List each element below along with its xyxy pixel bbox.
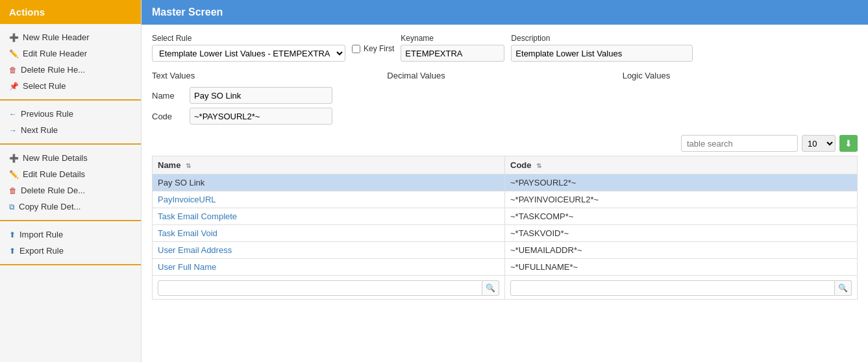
data-table: Name ⇅ Code ⇅ Pay SO Link~*PAYSOURL2*~Pa… xyxy=(152,156,858,300)
export-rule-label: Export Rule xyxy=(19,246,64,256)
trash-icon: 🗑 xyxy=(9,66,17,75)
cell-name[interactable]: Task Email Void xyxy=(153,225,505,242)
copy-rule-details-button[interactable]: ⧉ Copy Rule Det... xyxy=(4,199,137,215)
name-row: Name xyxy=(152,87,858,104)
code-field-label: Code xyxy=(152,112,184,121)
pin-icon: 📌 xyxy=(9,82,19,91)
import-rule-label: Import Rule xyxy=(19,230,63,239)
main-body: Select Rule Etemplate Lower List Values … xyxy=(142,25,868,362)
sort-arrow-name: ⇅ xyxy=(186,162,191,169)
table-search-input[interactable] xyxy=(681,135,798,152)
select-rule-group: Select Rule Etemplate Lower List Values … xyxy=(152,34,345,62)
new-rule-header-label: New Rule Header xyxy=(23,32,90,42)
export-rule-button[interactable]: ⬆ Export Rule xyxy=(4,243,137,259)
cell-name[interactable]: PayInvoiceURL xyxy=(153,191,505,208)
text-values-label: Text Values xyxy=(152,71,387,80)
cell-name[interactable]: User Full Name xyxy=(153,259,505,276)
select-rule-dropdown[interactable]: Etemplate Lower List Values - ETEMPEXTRA xyxy=(152,45,345,62)
bottom-name-search-input[interactable] xyxy=(158,280,482,296)
description-input[interactable] xyxy=(511,45,693,62)
col-code-label: Code xyxy=(510,160,532,170)
plus-icon: ➕ xyxy=(9,33,19,42)
table-footer-row: 🔍 🔍 xyxy=(153,276,858,300)
col-code[interactable]: Code ⇅ xyxy=(505,156,858,175)
copy-icon: ⧉ xyxy=(9,202,15,211)
select-rule-label: Select Rule xyxy=(152,34,345,43)
key-first-checkbox[interactable] xyxy=(352,45,360,53)
sidebar-group-3: ➕ New Rule Details ✏️ Edit Rule Details … xyxy=(0,145,141,221)
previous-rule-label: Previous Rule xyxy=(21,109,73,119)
table-controls: 10 25 50 100 ⬇ xyxy=(152,135,858,152)
new-rule-details-label: New Rule Details xyxy=(23,153,88,163)
key-first-group: Key First xyxy=(352,34,394,53)
sidebar: Actions ➕ New Rule Header ✏️ Edit Rule H… xyxy=(0,0,142,362)
select-rule-button[interactable]: 📌 Select Rule xyxy=(4,78,137,94)
key-first-label: Key First xyxy=(364,44,394,53)
edit-rule-details-label: Edit Rule Details xyxy=(23,169,85,179)
next-rule-label: Next Rule xyxy=(21,125,58,135)
previous-rule-button[interactable]: ← Previous Rule xyxy=(4,106,137,122)
table-row[interactable]: PayInvoiceURL~*PAYINVOICEURL2*~ xyxy=(153,191,858,208)
pencil-icon: ✏️ xyxy=(9,49,19,58)
export-table-icon: ⬇ xyxy=(845,138,852,149)
page-size-select[interactable]: 10 25 50 100 xyxy=(802,135,836,152)
bottom-code-search-input[interactable] xyxy=(510,280,835,296)
main-title: Master Screen xyxy=(142,0,868,25)
trash-icon-2: 🗑 xyxy=(9,186,17,195)
cell-code[interactable]: ~*UEMAILADDR*~ xyxy=(505,242,858,259)
cell-code[interactable]: ~*TASKVOID*~ xyxy=(505,225,858,242)
name-input[interactable] xyxy=(190,87,332,104)
next-rule-button[interactable]: → Next Rule xyxy=(4,122,137,138)
table-row[interactable]: Task Email Complete~*TASKCOMP*~ xyxy=(153,208,858,225)
cell-code[interactable]: ~*PAYINVOICEURL2*~ xyxy=(505,191,858,208)
cell-code[interactable]: ~*UFULLNAME*~ xyxy=(505,259,858,276)
table-row[interactable]: User Email Address~*UEMAILADDR*~ xyxy=(153,242,858,259)
arrow-left-icon: ← xyxy=(9,110,17,119)
copy-rule-details-label: Copy Rule Det... xyxy=(19,202,81,211)
delete-rule-details-button[interactable]: 🗑 Delete Rule De... xyxy=(4,182,137,199)
col-name-label: Name xyxy=(158,160,180,170)
footer-code-search: 🔍 xyxy=(505,276,858,300)
sidebar-header: Actions xyxy=(0,0,141,24)
code-input[interactable] xyxy=(190,108,332,125)
col-name[interactable]: Name ⇅ xyxy=(153,156,505,175)
export-icon: ⬆ xyxy=(9,247,16,256)
delete-rule-header-button[interactable]: 🗑 Delete Rule He... xyxy=(4,62,137,78)
select-rule-label: Select Rule xyxy=(23,81,66,91)
import-rule-button[interactable]: ⬆ Import Rule xyxy=(4,226,137,243)
pencil-icon-2: ✏️ xyxy=(9,170,19,179)
table-row[interactable]: Task Email Void~*TASKVOID*~ xyxy=(153,225,858,242)
table-export-button[interactable]: ⬇ xyxy=(839,135,858,152)
keyname-input[interactable] xyxy=(401,45,504,62)
keyname-group: Keyname xyxy=(401,34,504,62)
search-icon-2: 🔍 xyxy=(835,280,852,296)
cell-code[interactable]: ~*TASKCOMP*~ xyxy=(505,208,858,225)
logic-values-label: Logic Values xyxy=(623,71,858,80)
new-rule-header-button[interactable]: ➕ New Rule Header xyxy=(4,29,137,45)
table-header-row: Name ⇅ Code ⇅ xyxy=(153,156,858,175)
table-row[interactable]: User Full Name~*UFULLNAME*~ xyxy=(153,259,858,276)
edit-rule-header-button[interactable]: ✏️ Edit Rule Header xyxy=(4,45,137,62)
description-group: Description xyxy=(511,34,693,62)
code-row: Code xyxy=(152,108,858,125)
new-rule-details-button[interactable]: ➕ New Rule Details xyxy=(4,150,137,166)
import-icon: ⬆ xyxy=(9,230,16,239)
plus-icon-2: ➕ xyxy=(9,154,19,163)
values-section: Text Values Decimal Values Logic Values xyxy=(152,71,858,80)
search-icon: 🔍 xyxy=(482,280,499,296)
cell-name[interactable]: Pay SO Link xyxy=(153,175,505,191)
edit-rule-details-button[interactable]: ✏️ Edit Rule Details xyxy=(4,166,137,182)
cell-code[interactable]: ~*PAYSOURL2*~ xyxy=(505,175,858,191)
table-row[interactable]: Pay SO Link~*PAYSOURL2*~ xyxy=(153,175,858,191)
top-form: Select Rule Etemplate Lower List Values … xyxy=(152,34,858,62)
delete-rule-details-label: Delete Rule De... xyxy=(21,186,85,195)
name-code-section: Name Code xyxy=(152,87,858,125)
delete-rule-header-label: Delete Rule He... xyxy=(21,65,85,75)
description-label: Description xyxy=(511,34,693,43)
edit-rule-header-label: Edit Rule Header xyxy=(23,49,87,58)
sidebar-group-1: ➕ New Rule Header ✏️ Edit Rule Header 🗑 … xyxy=(0,24,141,101)
cell-name[interactable]: Task Email Complete xyxy=(153,208,505,225)
cell-name[interactable]: User Email Address xyxy=(153,242,505,259)
sidebar-group-2: ← Previous Rule → Next Rule xyxy=(0,101,141,145)
decimal-values-label: Decimal Values xyxy=(387,71,622,80)
